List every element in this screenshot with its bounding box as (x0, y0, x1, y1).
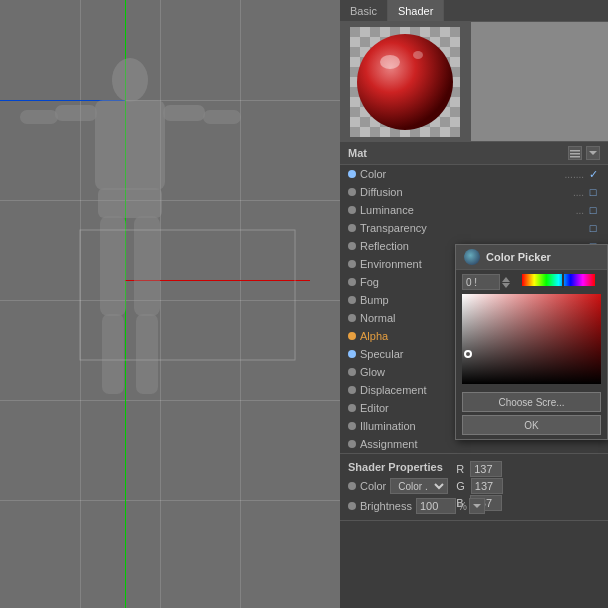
brightness-label: Brightness (360, 500, 412, 512)
cp-arrow-up[interactable] (502, 277, 510, 282)
cp-gradient-area[interactable] (462, 294, 601, 384)
r-row: R (456, 461, 503, 477)
g-label: G (456, 480, 469, 492)
r-input[interactable] (470, 461, 502, 477)
svg-rect-6 (98, 188, 162, 218)
svg-rect-3 (20, 110, 58, 124)
preview-area (340, 22, 608, 142)
mat-arrow-icon[interactable] (586, 146, 600, 160)
color-preview-box (470, 22, 608, 141)
tab-shader[interactable]: Shader (388, 0, 444, 21)
svg-point-19 (380, 55, 400, 69)
mat-row-label: Color (360, 168, 563, 180)
svg-point-18 (357, 34, 453, 130)
mat-row-check: □ (586, 222, 600, 234)
mat-row-diffusion[interactable]: Diffusion....□ (340, 183, 608, 201)
mat-row-label: Luminance (360, 204, 574, 216)
cp-hue-thumb (562, 272, 564, 288)
sphere-svg (350, 27, 460, 137)
list-icon (570, 148, 580, 158)
tab-basic[interactable]: Basic (340, 0, 388, 21)
svg-rect-2 (55, 105, 97, 121)
svg-rect-5 (203, 110, 241, 124)
arrow-icon (589, 149, 597, 157)
mat-dot (348, 206, 356, 214)
choose-screen-button[interactable]: Choose Scre... (462, 392, 601, 412)
mat-title: Mat (348, 147, 367, 159)
step-icon (473, 502, 481, 510)
mat-row-label: Transparency (360, 222, 582, 234)
g-row: G (456, 478, 503, 494)
cp-gradient-thumb (464, 350, 472, 358)
mat-row-trail: .... (573, 187, 584, 198)
cp-step-arrows[interactable] (502, 277, 510, 288)
mat-dot (348, 314, 356, 322)
svg-marker-24 (589, 151, 597, 155)
mat-dot (348, 332, 356, 340)
mat-row-trail: ....... (565, 169, 584, 180)
brightness-dot (348, 502, 356, 510)
mat-dot (348, 296, 356, 304)
brightness-pct: % (458, 501, 467, 512)
mat-row-transparency[interactable]: Transparency□ (340, 219, 608, 237)
viewport (0, 0, 340, 608)
mat-dot (348, 224, 356, 232)
mat-row-luminance[interactable]: Luminance...□ (340, 201, 608, 219)
svg-rect-7 (100, 216, 126, 316)
figure-silhouette (0, 0, 340, 608)
mat-dot (348, 278, 356, 286)
mat-dot (348, 188, 356, 196)
brightness-step-icon[interactable] (469, 498, 485, 514)
mat-row-label: Diffusion (360, 186, 571, 198)
mat-row-color[interactable]: Color.......✓ (340, 165, 608, 183)
sphere-preview (340, 22, 470, 142)
mat-row-check: ✓ (586, 168, 600, 181)
cp-rainbow-bar[interactable] (522, 274, 595, 286)
ok-button[interactable]: OK (462, 415, 601, 435)
cp-hex-row (456, 270, 607, 294)
svg-rect-10 (136, 314, 158, 394)
mat-dot (348, 260, 356, 268)
mat-row-trail: ... (576, 205, 584, 216)
shader-color-row: Color Color . R G B (340, 476, 608, 496)
mat-dot (348, 350, 356, 358)
mat-dot (348, 170, 356, 178)
cp-buttons: Choose Scre... OK (456, 388, 607, 439)
color-picker-title: Color Picker (486, 251, 551, 263)
svg-rect-21 (570, 150, 580, 152)
brightness-row: Brightness % (340, 496, 608, 516)
mat-dot (348, 422, 356, 430)
svg-rect-22 (570, 153, 580, 155)
mat-dot (348, 386, 356, 394)
mat-menu-icon[interactable] (568, 146, 582, 160)
mat-dot (348, 404, 356, 412)
g-input[interactable] (471, 478, 503, 494)
shader-color-label: Color (360, 480, 386, 492)
svg-point-20 (413, 51, 423, 59)
cp-arrow-down[interactable] (502, 283, 510, 288)
cp-hue-bar-container (516, 274, 601, 290)
color-picker-header: Color Picker (456, 245, 607, 270)
mat-dot (348, 368, 356, 376)
svg-marker-25 (473, 504, 481, 508)
brightness-input[interactable] (416, 498, 456, 514)
r-label: R (456, 463, 468, 475)
shader-color-dot (348, 482, 356, 490)
cp-hex-input[interactable] (462, 274, 500, 290)
svg-rect-8 (102, 314, 124, 394)
svg-rect-23 (570, 156, 580, 158)
mat-row-check: □ (586, 204, 600, 216)
mat-dot (348, 242, 356, 250)
mat-row-check: □ (586, 186, 600, 198)
mat-dot (348, 440, 356, 448)
tabs-bar: Basic Shader (340, 0, 608, 22)
svg-point-0 (112, 58, 148, 102)
mat-header: Mat (340, 142, 608, 165)
svg-rect-9 (134, 216, 160, 316)
shader-panel: Shader Properties Color Color . R G B (340, 454, 608, 521)
color-picker-panel: Color Picker Choose Scre... OK (455, 244, 608, 440)
svg-rect-1 (95, 100, 165, 190)
shader-color-dropdown[interactable]: Color . (390, 478, 448, 494)
svg-rect-4 (163, 105, 205, 121)
color-picker-icon (464, 249, 480, 265)
